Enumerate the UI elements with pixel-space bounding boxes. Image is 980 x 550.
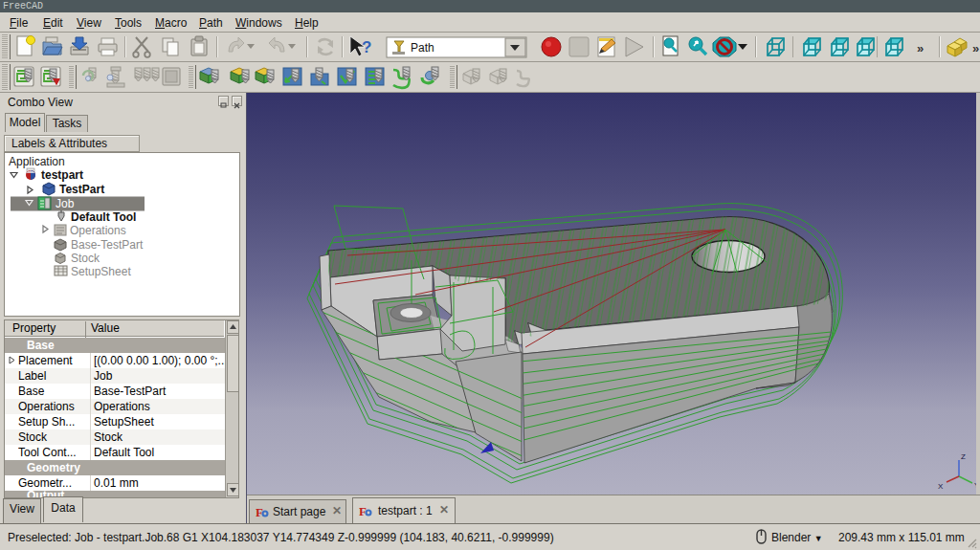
svg-text:X: X [938,482,944,491]
svg-text:Path: Path [411,41,434,55]
svg-text:Job: Job [56,197,75,210]
svg-text:»: » [917,41,924,55]
svg-text:Application: Application [9,155,65,168]
svg-text:TestPart: TestPart [59,183,104,196]
svg-text:testpart: testpart [41,168,83,182]
svg-text:Operations: Operations [70,224,126,237]
svg-text:Base-TestPart: Base-TestPart [71,238,144,252]
svg-text:F: F [359,504,367,517]
svg-text:Z: Z [961,452,966,461]
svg-text:Stock: Stock [71,252,100,265]
svg-text:?: ? [362,38,371,56]
svg-text:»: » [972,41,979,55]
svg-text:SetupSheet: SetupSheet [71,265,131,278]
svg-text:Default Tool: Default Tool [71,210,136,224]
svg-text:F: F [256,505,263,518]
